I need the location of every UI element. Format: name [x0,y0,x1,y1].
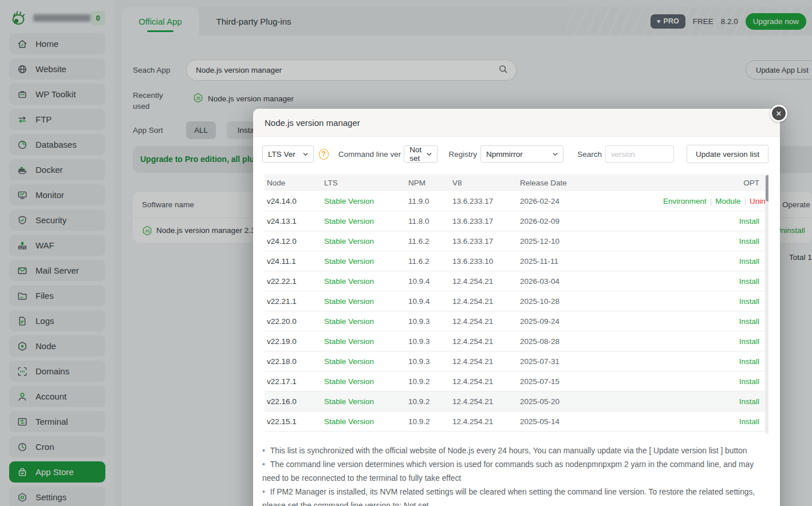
version-row: v22.18.0Stable Version10.9.312.4.254.212… [265,351,768,371]
version-row: v22.15.1Stable Version10.9.212.4.254.212… [265,412,768,432]
v8-version: 13.6.233.17 [450,191,518,211]
lts-status: Stable Version [322,412,406,432]
release-date: 2025-07-31 [518,351,661,371]
scrollbar-thumb[interactable] [766,175,768,201]
npm-version: 10.9.2 [406,371,450,392]
modal-controls: LTS Ver ? Command line ver Not set Regis… [262,145,768,163]
note-item: •If PM2 Manager is installed, its NVM re… [262,485,770,506]
node-version: v24.12.0 [265,231,322,251]
release-date: 2025-05-14 [518,412,661,432]
registry-label: Registry [449,150,478,159]
version-row: v24.12.0Stable Version11.6.213.6.233.172… [265,231,768,251]
node-version: v22.21.1 [265,291,322,311]
row-actions: Install [661,231,768,251]
v8-version: 12.4.254.21 [450,412,518,432]
row-actions: Environment|Module|Uninstall [661,191,768,211]
chevron-down-icon [425,151,433,158]
modal-title: Node.js version manager [253,109,780,137]
release-date: 2026-02-09 [518,211,661,231]
npm-version: 10.9.4 [406,271,450,291]
row-actions: Install [661,311,768,331]
action-install[interactable]: Install [739,237,759,246]
v8-version: 13.6.233.17 [450,231,518,251]
lts-status: Stable Version [322,251,406,271]
version-row: v22.21.1Stable Version10.9.412.4.254.212… [265,291,768,311]
row-actions: Install [661,291,768,311]
bullet-icon: • [262,488,265,496]
lts-status: Stable Version [322,331,406,351]
npm-version: 10.9.3 [406,351,450,371]
column-release-date: Release Date [518,174,661,191]
action-install[interactable]: Install [739,297,759,306]
v8-version: 12.4.254.21 [450,351,518,371]
action-install[interactable]: Install [739,317,759,326]
lts-status: Stable Version [322,392,406,412]
v8-version: 12.4.254.21 [450,291,518,311]
version-row: v24.11.1Stable Version11.6.213.6.233.102… [265,251,768,271]
modal-notes: •This list is synchronized with the offi… [262,444,770,506]
lts-status: Stable Version [322,211,406,231]
version-search-input[interactable] [605,145,674,163]
release-date: 2025-08-28 [518,331,661,351]
version-table-wrap: NodeLTSNPMV8Release DateOPT v24.14.0Stab… [265,174,768,434]
node-version: v22.22.1 [265,271,322,291]
column-lts: LTS [322,174,406,191]
action-install[interactable]: Install [739,397,759,406]
version-search-label: Search [577,150,602,159]
v8-version: 12.4.254.21 [450,331,518,351]
action-environment[interactable]: Environment [663,197,707,205]
version-row: v24.13.1Stable Version11.8.013.6.233.172… [265,211,768,231]
v8-version: 12.4.254.21 [450,371,518,392]
action-install[interactable]: Install [739,337,759,346]
row-actions: Install [661,271,768,291]
row-actions: Install [661,371,768,392]
release-date: 2025-10-28 [518,291,661,311]
v8-version: 12.4.254.21 [450,392,518,412]
v8-version: 12.4.254.21 [450,311,518,331]
command-line-ver-select[interactable]: Not set [404,145,437,163]
row-actions: Install [661,251,768,271]
lts-status: Stable Version [322,271,406,291]
version-row: v22.16.0Stable Version10.9.212.4.254.212… [265,392,768,412]
version-row: v22.22.1Stable Version10.9.412.4.254.212… [265,271,768,291]
note-item: •This list is synchronized with the offi… [262,444,770,458]
row-actions: Install [661,392,768,412]
action-install[interactable]: Install [739,377,759,386]
nodejs-version-manager-modal: ✕ Node.js version manager LTS Ver ? Comm… [253,109,780,506]
node-version: v24.13.1 [265,211,322,231]
action-install[interactable]: Install [739,357,759,366]
chevron-down-icon [551,151,559,158]
action-install[interactable]: Install [739,217,759,226]
row-actions: Install [661,412,768,432]
release-date: 2026-03-04 [518,271,661,291]
lts-status: Stable Version [322,311,406,331]
scrollbar-track[interactable] [765,174,768,434]
npm-version: 10.9.2 [406,412,450,432]
v8-version: 13.6.233.17 [450,211,518,231]
npm-version: 11.6.2 [406,231,450,251]
release-date: 2025-05-20 [518,392,661,412]
action-install[interactable]: Install [739,277,759,286]
version-row: v22.17.1Stable Version10.9.212.4.254.212… [265,371,768,392]
version-row: v22.20.0Stable Version10.9.312.4.254.212… [265,311,768,331]
npm-version: 11.8.0 [406,211,450,231]
version-table-header-row: NodeLTSNPMV8Release DateOPT [265,174,768,191]
node-version: v22.19.0 [265,331,322,351]
node-version: v22.16.0 [265,392,322,412]
row-actions: Install [661,211,768,231]
lts-version-select[interactable]: LTS Ver [262,145,314,163]
note-item: •The command line version determines whi… [262,458,770,485]
action-module[interactable]: Module [715,197,740,205]
action-separator: | [710,197,712,205]
npm-version: 11.6.2 [406,251,450,271]
registry-select[interactable]: Npmmirror [480,145,563,163]
update-version-list-button[interactable]: Update version list [687,145,768,163]
close-icon[interactable]: ✕ [770,105,787,122]
bullet-icon: • [262,460,265,469]
action-install[interactable]: Install [739,257,759,266]
help-icon[interactable]: ? [319,149,329,160]
lts-status: Stable Version [322,371,406,392]
action-install[interactable]: Install [739,417,759,426]
registry-value: Npmmirror [486,150,523,159]
command-line-ver-label: Command line ver [338,150,401,159]
